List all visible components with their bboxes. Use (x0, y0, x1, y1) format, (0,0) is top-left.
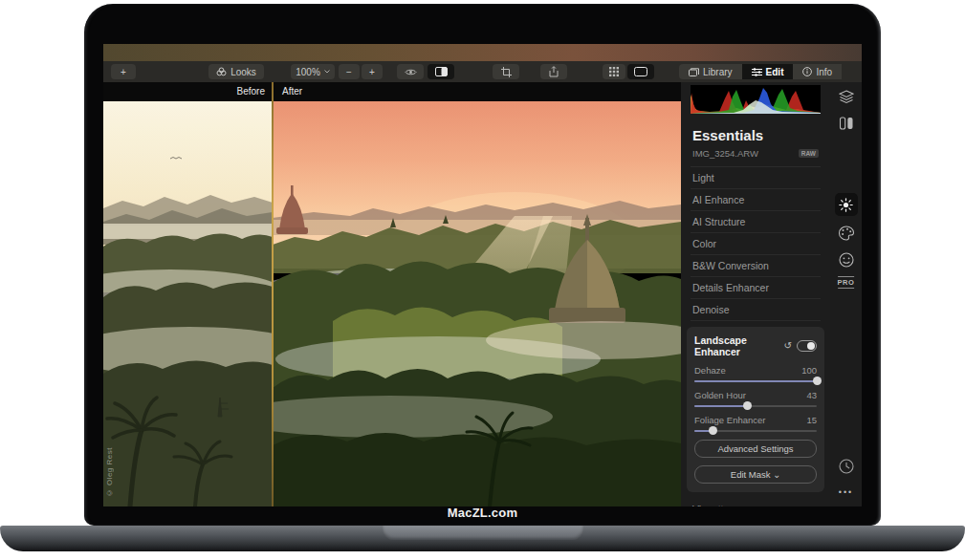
toolbar: + Looks 100% − + (103, 61, 862, 82)
histogram (691, 85, 821, 114)
icon-rail: PRO ••• (830, 82, 862, 506)
slider-golden-hour-knob[interactable] (743, 401, 752, 410)
grid-icon (609, 67, 619, 76)
edit-sidebar: Essentials IMG_3254.ARW RAW Light AI Enh… (681, 82, 830, 506)
reset-icon[interactable]: ↺ (784, 341, 792, 351)
gallery-view-button[interactable] (603, 64, 625, 79)
photo-canvas: Before After (103, 82, 681, 506)
share-icon (549, 66, 559, 77)
zoom-out-button[interactable]: − (339, 64, 360, 79)
slider-dehaze: Dehaze 100 (694, 365, 817, 382)
filter-item-bw-conversion[interactable]: B&W Conversion (691, 255, 821, 277)
slider-foliage-enhancer: Foliage Enhancer 15 (694, 415, 817, 432)
before-after-divider-handle[interactable] (272, 82, 274, 506)
slider-dehaze-knob[interactable] (813, 377, 822, 385)
filename: IMG_3254.ARW (692, 148, 758, 159)
pro-category-badge[interactable]: PRO (838, 276, 855, 289)
screen: + Looks 100% − + (103, 44, 862, 506)
toggle-dot (807, 342, 815, 350)
canvas-icon (634, 67, 647, 76)
slider-foliage-track[interactable] (694, 430, 817, 432)
info-icon (802, 67, 812, 76)
slider-dehaze-label: Dehaze (694, 365, 726, 376)
slider-golden-hour-value: 43 (806, 390, 817, 400)
eye-icon (405, 68, 417, 76)
bezel-branding: MacZL.com (84, 506, 881, 520)
slider-foliage-value: 15 (806, 415, 817, 425)
photo-image: © Oleg Rest (103, 101, 681, 506)
macbook-base (0, 526, 965, 551)
minus-icon: − (346, 67, 352, 77)
tab-info-label: Info (816, 67, 832, 77)
landscape-enhancer-card: Landscape Enhancer ↺ Dehaze 100 (687, 327, 824, 492)
tab-edit[interactable]: Edit (742, 64, 794, 79)
quick-preview-button[interactable] (397, 64, 424, 79)
slider-foliage-label: Foliage Enhancer (694, 415, 765, 425)
photo-credit: © Oleg Rest (105, 447, 114, 497)
before-after-icon[interactable] (839, 117, 853, 134)
tab-library[interactable]: Library (679, 64, 742, 79)
looks-icon (216, 67, 227, 76)
file-row: IMG_3254.ARW RAW (692, 148, 819, 159)
more-options-icon[interactable]: ••• (839, 487, 853, 497)
slider-foliage-knob[interactable] (709, 426, 717, 435)
single-view-button[interactable] (627, 64, 654, 79)
library-icon (689, 68, 699, 76)
raw-badge: RAW (799, 149, 819, 158)
tab-edit-label: Edit (766, 67, 784, 77)
slider-golden-hour: Golden Hour 43 (694, 390, 817, 407)
filter-item-color[interactable]: Color (691, 233, 821, 255)
zoom-in-button[interactable]: + (362, 64, 383, 79)
app-titlebar-blur (103, 44, 862, 61)
landscape-enhancer-title[interactable]: Landscape Enhancer (694, 334, 784, 357)
slider-golden-hour-track[interactable] (694, 405, 817, 407)
looks-label: Looks (230, 67, 256, 77)
crop-icon (501, 67, 512, 77)
filter-list: Light AI Enhance AI Structure Color B&W … (691, 166, 821, 321)
slider-golden-hour-label: Golden Hour (694, 390, 746, 400)
content-row: Before After (103, 82, 862, 506)
page: + Looks 100% − + (0, 0, 965, 560)
macbook-lid: + Looks 100% − + (84, 4, 881, 526)
before-label: Before (103, 82, 265, 101)
compare-button[interactable] (428, 64, 454, 79)
add-button[interactable]: + (111, 64, 136, 79)
portrait-category-icon[interactable] (839, 252, 854, 271)
tab-info[interactable]: Info (793, 64, 842, 79)
edit-mask-button[interactable]: Edit Mask ⌄ (694, 465, 817, 484)
filter-item-light[interactable]: Light (691, 167, 821, 189)
essentials-category-icon[interactable] (835, 193, 858, 216)
looks-button[interactable]: Looks (208, 64, 264, 79)
advanced-settings-button[interactable]: Advanced Settings (694, 440, 817, 458)
compare-label-bar: Before After (103, 82, 681, 101)
after-label: After (282, 82, 302, 101)
mode-tabs: Library Edit Info (679, 64, 847, 79)
filter-item-details-enhancer[interactable]: Details Enhancer (691, 277, 821, 299)
plus-icon: + (121, 67, 126, 77)
filter-toggle[interactable] (797, 340, 817, 352)
creative-category-icon[interactable] (838, 226, 854, 245)
chevron-down-icon (324, 70, 330, 74)
layers-icon[interactable] (839, 90, 854, 108)
filter-item-ai-structure[interactable]: AI Structure (691, 211, 821, 233)
zoom-level-dropdown[interactable]: 100% (291, 64, 335, 79)
crop-button[interactable] (493, 64, 519, 79)
slider-dehaze-track[interactable] (694, 380, 817, 382)
macbook-lid-notch (383, 526, 583, 540)
zoom-level-value: 100% (296, 67, 320, 77)
plus-icon: + (369, 67, 375, 77)
history-icon[interactable] (839, 459, 854, 478)
compare-split-icon (435, 67, 448, 76)
tab-library-label: Library (703, 67, 733, 77)
sliders-icon (752, 68, 762, 76)
filter-item-ai-enhance[interactable]: AI Enhance (691, 189, 821, 211)
panel-title: Essentials (692, 127, 819, 143)
filter-item-denoise[interactable]: Denoise (691, 299, 821, 321)
slider-dehaze-value: 100 (801, 365, 817, 376)
export-button[interactable] (540, 64, 567, 79)
